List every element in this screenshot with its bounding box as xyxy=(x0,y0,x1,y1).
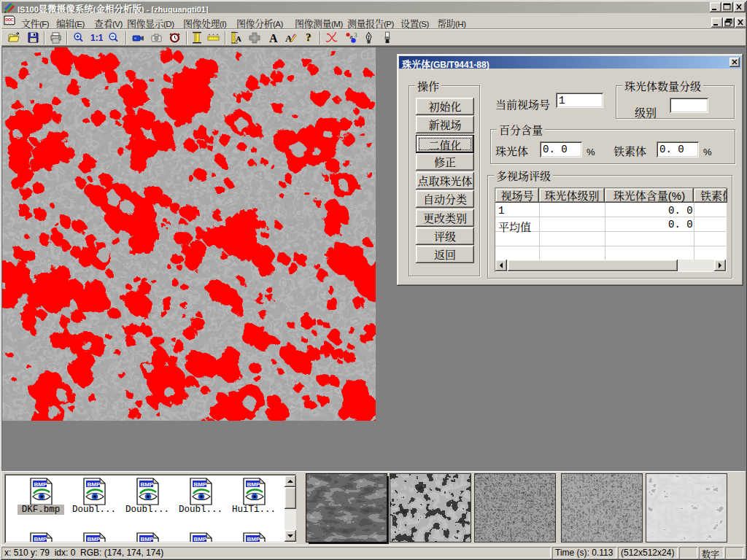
svg-text:A: A xyxy=(269,32,278,44)
svg-text:1:1: 1:1 xyxy=(90,33,103,43)
svg-text:A: A xyxy=(285,33,293,44)
svg-text:A: A xyxy=(236,34,241,43)
svg-text:BMP: BMP xyxy=(194,536,207,542)
svg-text:BMP: BMP xyxy=(247,536,260,542)
svg-text:BMP: BMP xyxy=(34,536,47,542)
svg-text:BMP: BMP xyxy=(141,536,154,542)
svg-text:BMP: BMP xyxy=(88,481,101,488)
svg-text:BMP: BMP xyxy=(88,536,101,542)
svg-text:3: 3 xyxy=(355,32,357,39)
svg-text:BMP: BMP xyxy=(194,481,207,488)
svg-text:BMP: BMP xyxy=(34,481,47,488)
svg-text:BMP: BMP xyxy=(247,481,260,488)
svg-text:DOC: DOC xyxy=(5,18,13,22)
svg-text:BMP: BMP xyxy=(141,481,154,488)
svg-text:?: ? xyxy=(306,31,311,43)
